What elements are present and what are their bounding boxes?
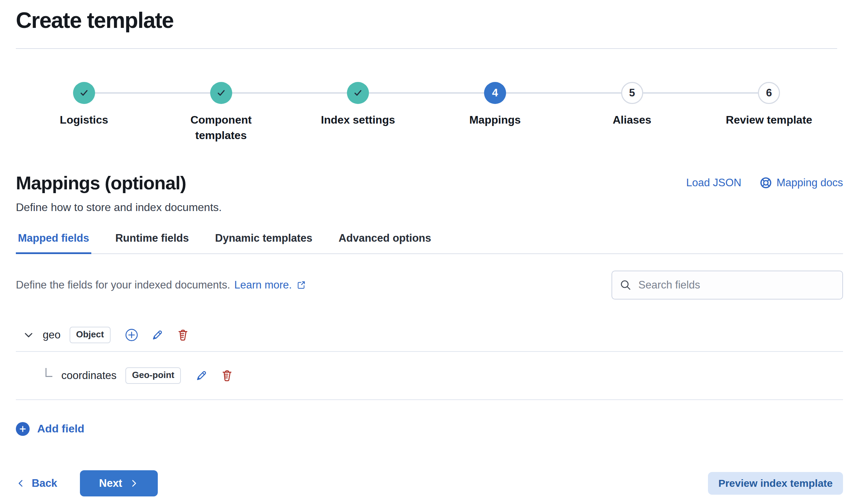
- field-name: coordinates: [61, 369, 116, 382]
- load-json-button[interactable]: Load JSON: [686, 177, 741, 189]
- life-ring-icon: [760, 177, 772, 189]
- step-component-templates: Component templates: [153, 82, 290, 143]
- trash-icon: [221, 369, 233, 382]
- add-field-button[interactable]: Add field: [16, 422, 84, 436]
- step-aliases: 5 Aliases: [564, 82, 701, 143]
- field-row-geo: geo Object: [16, 319, 843, 352]
- step-label: Aliases: [613, 112, 651, 128]
- wizard-footer: Back Next Preview index template: [0, 470, 853, 496]
- field-type-badge: Geo-point: [125, 367, 181, 384]
- step-number: 5: [629, 87, 635, 99]
- fields-description: Define the fields for your indexed docum…: [16, 279, 306, 291]
- load-json-label: Load JSON: [686, 177, 741, 189]
- preview-index-template-button[interactable]: Preview index template: [708, 472, 843, 495]
- tab-dynamic-templates[interactable]: Dynamic templates: [213, 232, 315, 253]
- mappings-tabs: Mapped fields Runtime fields Dynamic tem…: [16, 232, 843, 254]
- step-label: Index settings: [321, 112, 395, 128]
- tab-mapped-fields[interactable]: Mapped fields: [16, 232, 91, 253]
- step-circle-component-templates[interactable]: [210, 82, 232, 104]
- wizard-stepper: Logistics Component templates Index sett…: [16, 82, 837, 143]
- mappings-section: Mappings (optional) Load JSON Mapping do…: [0, 172, 853, 436]
- field-name: geo: [43, 329, 61, 341]
- step-logistics: Logistics: [16, 82, 153, 143]
- edit-field-button[interactable]: [151, 329, 164, 341]
- step-index-settings: Index settings: [289, 82, 426, 143]
- step-review-template: 6 Review template: [700, 82, 837, 143]
- step-number: 6: [766, 87, 772, 99]
- step-circle-review-template[interactable]: 6: [758, 82, 780, 104]
- plus-in-circle-icon: [125, 328, 138, 342]
- step-label: Review template: [726, 112, 812, 128]
- check-icon: [79, 88, 89, 98]
- search-fields-box: [612, 271, 843, 300]
- section-title: Mappings (optional): [16, 172, 186, 193]
- check-icon: [353, 88, 363, 98]
- learn-more-label: Learn more.: [234, 279, 292, 291]
- learn-more-link[interactable]: Learn more.: [234, 279, 306, 291]
- chevron-right-icon: [129, 479, 139, 488]
- step-circle-mappings[interactable]: 4: [484, 82, 506, 104]
- page-title: Create template: [16, 8, 837, 33]
- tree-connector-icon: [45, 368, 52, 377]
- mapping-docs-label: Mapping docs: [777, 177, 843, 189]
- mapped-fields-list: geo Object: [16, 319, 843, 400]
- chevron-left-icon: [16, 479, 25, 488]
- step-label: Mappings: [469, 112, 521, 128]
- external-link-icon: [297, 280, 306, 290]
- trash-icon: [177, 329, 189, 341]
- step-mappings: 4 Mappings: [426, 82, 564, 143]
- search-icon: [620, 279, 631, 291]
- delete-field-button[interactable]: [177, 329, 189, 341]
- collapse-field-button[interactable]: [23, 329, 34, 341]
- delete-field-button[interactable]: [221, 369, 233, 382]
- plus-icon: [16, 422, 30, 436]
- back-label: Back: [32, 477, 57, 490]
- page-header: Create template: [0, 0, 853, 49]
- step-circle-aliases[interactable]: 5: [621, 82, 643, 104]
- back-button[interactable]: Back: [16, 477, 57, 490]
- step-number: 4: [492, 87, 498, 99]
- mapping-docs-link[interactable]: Mapping docs: [760, 177, 843, 189]
- next-button[interactable]: Next: [80, 470, 158, 496]
- check-icon: [216, 88, 226, 98]
- add-child-field-button[interactable]: [125, 328, 138, 342]
- pencil-icon: [151, 329, 164, 341]
- step-label: Component templates: [173, 112, 269, 143]
- fields-description-text: Define the fields for your indexed docum…: [16, 279, 230, 291]
- tab-advanced-options[interactable]: Advanced options: [337, 232, 433, 253]
- search-fields-input[interactable]: [638, 279, 835, 292]
- pencil-icon: [195, 369, 208, 382]
- field-row-coordinates: coordinates Geo-point: [16, 352, 843, 400]
- edit-field-button[interactable]: [195, 369, 208, 382]
- step-circle-index-settings[interactable]: [347, 82, 369, 104]
- step-circle-logistics[interactable]: [73, 82, 95, 104]
- chevron-down-icon: [23, 329, 34, 341]
- next-label: Next: [99, 477, 122, 490]
- header-divider: [16, 48, 837, 49]
- section-subtitle: Define how to store and index documents.: [16, 201, 843, 214]
- add-field-label: Add field: [37, 422, 84, 435]
- tab-runtime-fields[interactable]: Runtime fields: [113, 232, 191, 253]
- field-type-badge: Object: [70, 327, 111, 343]
- step-label: Logistics: [60, 112, 108, 128]
